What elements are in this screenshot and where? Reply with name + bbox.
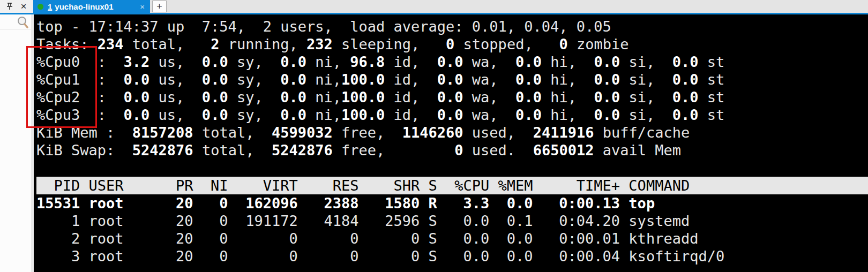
panel-controls: × [0, 0, 34, 13]
plus-icon: + [156, 1, 162, 12]
sidebar-search-row [0, 14, 31, 29]
tab-index: 1 [48, 2, 52, 11]
tab-bar: × 1 yuchao-linux01 × + [0, 0, 868, 14]
search-icon[interactable] [16, 16, 29, 28]
terminal-line [36, 159, 868, 177]
process-table-header-row: PID USER PR NI VIRT RES SHR S %CPU %MEM … [36, 177, 868, 194]
terminal-line: %Cpu0 : 3.2 us, 0.0 sy, 0.0 ni, 96.8 id,… [36, 53, 868, 71]
tab-title: yuchao-linux01 [55, 2, 113, 11]
terminal-line: KiB Swap: 5242876 total, 5242876 free, 0… [36, 141, 868, 159]
status-dot [38, 4, 43, 10]
pin-icon [5, 2, 14, 11]
terminal-line: 2 root 20 0 0 0 0 S 0.0 0.0 0:00.01 kthr… [36, 230, 868, 247]
mobaxterm-window: × 1 yuchao-linux01 × + top - 17:14:37 up… [0, 0, 868, 272]
terminal-line: %Cpu1 : 0.0 us, 0.0 sy, 0.0 ni,100.0 id,… [36, 71, 868, 88]
new-tab-button[interactable]: + [152, 1, 167, 12]
terminal-line: %Cpu3 : 0.0 us, 0.0 sy, 0.0 ni,100.0 id,… [36, 106, 868, 124]
terminal-line: 15531 root 20 0 162096 2388 1580 R 3.3 0… [36, 194, 868, 212]
terminal-line: top - 17:14:37 up 7:54, 2 users, load av… [36, 18, 868, 35]
panel-close-button[interactable]: × [18, 1, 29, 12]
tab-close-button[interactable]: × [139, 3, 146, 11]
terminal-screen[interactable]: top - 17:14:37 up 7:54, 2 users, load av… [34, 14, 868, 272]
terminal-line: KiB Mem : 8157208 total, 4599032 free, 1… [36, 124, 868, 141]
left-sidebar [0, 14, 34, 272]
terminal-line: Tasks: 234 total, 2 running, 232 sleepin… [36, 35, 868, 53]
pin-button[interactable] [4, 1, 15, 12]
terminal-line: 3 root 20 0 0 0 0 S 0.0 0.0 0:00.04 ksof… [36, 247, 868, 265]
tab-yuchao-linux01[interactable]: 1 yuchao-linux01 × [33, 0, 150, 13]
terminal-line: %Cpu2 : 0.0 us, 0.0 sy, 0.0 ni,100.0 id,… [36, 88, 868, 106]
terminal-line: 1 root 20 0 191172 4184 2596 S 0.0 0.1 0… [36, 212, 868, 230]
